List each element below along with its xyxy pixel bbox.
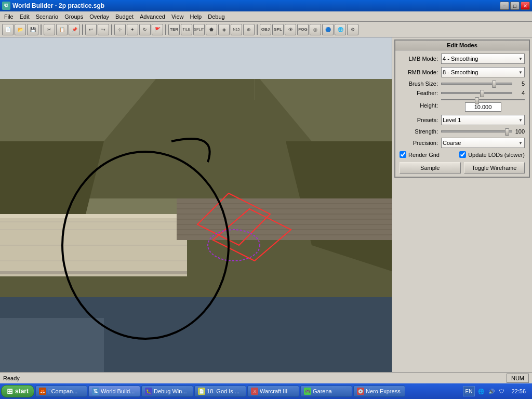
warcraft-icon: ⚔ — [251, 388, 258, 395]
taskbar-companion[interactable]: 🦊 □Compan... — [35, 385, 87, 397]
app-icon: 🏗 — [2, 2, 10, 10]
lmb-mode-select[interactable]: 1 - Raise/Lower 2 - Flatten 3 - Noise 4 … — [441, 54, 525, 64]
garena-icon: 🎮 — [304, 388, 311, 395]
toolbar-copy[interactable]: 📋 — [56, 24, 68, 35]
toolbar-vis5[interactable]: ⚙ — [347, 24, 358, 35]
toolbar: 📄 📂 💾 ✂ 📋 📌 ↩ ↪ ⊹ ✦ ↻ 🚩 TER TILE SPLIT ⬟… — [0, 22, 532, 37]
menu-overlay[interactable]: Overlay — [86, 12, 112, 21]
title-bar: 🏗 World Builder - 2p practice.sgb − □ ✕ — [0, 0, 532, 11]
viewport[interactable] — [0, 37, 392, 372]
toolbar-sep-2 — [82, 24, 83, 35]
toolbar-paste[interactable]: 📌 — [69, 24, 80, 35]
taskbar: ⊞ start 🦊 □Compan... 🏗 World Build... 🐛 … — [0, 383, 532, 399]
render-grid-label: Render Grid — [408, 152, 440, 158]
render-grid-checkbox[interactable] — [400, 151, 406, 158]
taskbar-warcraft[interactable]: ⚔ Warcraft III — [247, 385, 299, 397]
toolbar-spl[interactable]: SPL — [272, 24, 284, 35]
windows-logo: ⊞ — [7, 387, 13, 395]
nero-icon: 💿 — [357, 388, 364, 395]
toolbar-select[interactable]: ⊹ — [114, 24, 126, 35]
height-slider[interactable] — [441, 99, 525, 100]
menu-edit[interactable]: Edit — [17, 12, 33, 21]
taskbar-worldbuilder[interactable]: 🏗 World Build... — [88, 385, 140, 397]
godis-icon: 📄 — [198, 388, 205, 395]
strength-slider[interactable] — [441, 130, 512, 132]
menu-groups[interactable]: Groups — [61, 12, 86, 21]
brush-size-label: Brush Size: — [400, 81, 441, 87]
menu-view[interactable]: View — [168, 12, 187, 21]
toolbar-move[interactable]: ✦ — [127, 24, 138, 35]
update-lods-checkbox[interactable] — [459, 151, 466, 158]
edit-modes-panel: Edit Modes LMB Mode: 1 - Raise/Lower 2 -… — [394, 39, 530, 178]
brush-size-slider[interactable] — [441, 83, 512, 85]
menu-scenario[interactable]: Scenario — [33, 12, 61, 21]
toolbar-vis3[interactable]: 🔵 — [322, 24, 334, 35]
toggle-wireframe-button[interactable]: Toggle Wireframe — [464, 162, 525, 174]
companion-icon: 🦊 — [39, 388, 46, 395]
status-bar: Ready NUM — [0, 372, 532, 383]
menu-advanced[interactable]: Advanced — [137, 12, 168, 21]
window-title: World Builder - 2p practice.sgb — [12, 2, 104, 9]
edit-modes-title: Edit Modes — [395, 41, 529, 50]
rmb-mode-control: 5 - Raise/Lower 6 - Flatten 7 - Noise 8 … — [441, 67, 525, 77]
taskbar-debug[interactable]: 🐛 Debug Win... — [141, 385, 193, 397]
toolbar-redo[interactable]: ↪ — [98, 24, 109, 35]
toolbar-n15[interactable]: N15 — [231, 24, 242, 35]
toolbar-vis1[interactable]: 👁 — [285, 24, 296, 35]
toolbar-vis2[interactable]: ◎ — [310, 24, 321, 35]
toolbar-tool2[interactable]: ◈ — [218, 24, 230, 35]
status-text: Ready — [3, 375, 507, 381]
lmb-mode-row: LMB Mode: 1 - Raise/Lower 2 - Flatten 3 … — [400, 54, 525, 64]
feather-slider[interactable] — [441, 92, 512, 94]
toolbar-split[interactable]: SPLIT — [193, 24, 205, 35]
title-bar-controls: − □ ✕ — [500, 2, 530, 10]
toolbar-rotate[interactable]: ↻ — [139, 24, 151, 35]
menu-file[interactable]: File — [1, 12, 17, 21]
toolbar-tool1[interactable]: ⬟ — [206, 24, 217, 35]
presets-label: Presets: — [400, 117, 441, 123]
title-bar-left: 🏗 World Builder - 2p practice.sgb — [2, 2, 104, 10]
minimize-button[interactable]: − — [500, 2, 509, 10]
taskbar-nero[interactable]: 💿 Nero Express — [353, 385, 405, 397]
feather-value: 4 — [512, 90, 525, 96]
warcraft-label: Warcraft III — [260, 388, 287, 394]
height-label: Height: — [400, 102, 441, 109]
presets-select[interactable]: Level 1 Level 2 Level 3 — [441, 115, 525, 125]
toolbar-new[interactable]: 📄 — [2, 24, 14, 35]
menu-budget[interactable]: Budget — [112, 12, 137, 21]
start-label: start — [15, 388, 29, 395]
toolbar-save[interactable]: 💾 — [27, 24, 38, 35]
worldbuilder-icon: 🏗 — [92, 388, 99, 395]
worldbuilder-label: World Build... — [101, 388, 135, 394]
toolbar-cut[interactable]: ✂ — [44, 24, 55, 35]
lmb-mode-control: 1 - Raise/Lower 2 - Flatten 3 - Noise 4 … — [441, 54, 525, 64]
toolbar-fog[interactable]: FOG — [297, 24, 309, 35]
toolbar-vis4[interactable]: 🌐 — [335, 24, 346, 35]
taskbar-garena[interactable]: 🎮 Garena — [300, 385, 352, 397]
height-row: Height: — [400, 99, 525, 112]
sample-button[interactable]: Sample — [400, 162, 461, 174]
language-indicator[interactable]: EN — [463, 386, 475, 396]
height-control — [441, 99, 525, 112]
taskbar-godis[interactable]: 📄 18. God Is ... — [194, 385, 246, 397]
height-input[interactable] — [465, 102, 501, 112]
toolbar-flag[interactable]: 🚩 — [152, 24, 163, 35]
start-button[interactable]: ⊞ start — [1, 385, 34, 397]
toolbar-terrain[interactable]: TER — [168, 24, 180, 35]
tray-network: 🌐 — [477, 387, 485, 395]
rmb-mode-select[interactable]: 5 - Raise/Lower 6 - Flatten 7 - Noise 8 … — [441, 67, 525, 77]
toolbar-undo[interactable]: ↩ — [85, 24, 97, 35]
precision-row: Precision: Coarse Fine Very Fine — [400, 138, 525, 148]
maximize-button[interactable]: □ — [510, 2, 520, 10]
garena-label: Garena — [313, 388, 332, 394]
precision-select[interactable]: Coarse Fine Very Fine — [441, 138, 525, 148]
svg-rect-11 — [0, 214, 187, 218]
menu-debug[interactable]: Debug — [205, 12, 228, 21]
close-button[interactable]: ✕ — [521, 2, 530, 10]
menu-help[interactable]: Help — [187, 12, 205, 21]
toolbar-tile[interactable]: TILE — [181, 24, 192, 35]
toolbar-tool3[interactable]: ⊕ — [243, 24, 255, 35]
toolbar-obj[interactable]: OBJ — [260, 24, 271, 35]
toolbar-open[interactable]: 📂 — [15, 24, 26, 35]
presets-control: Level 1 Level 2 Level 3 — [441, 115, 525, 125]
